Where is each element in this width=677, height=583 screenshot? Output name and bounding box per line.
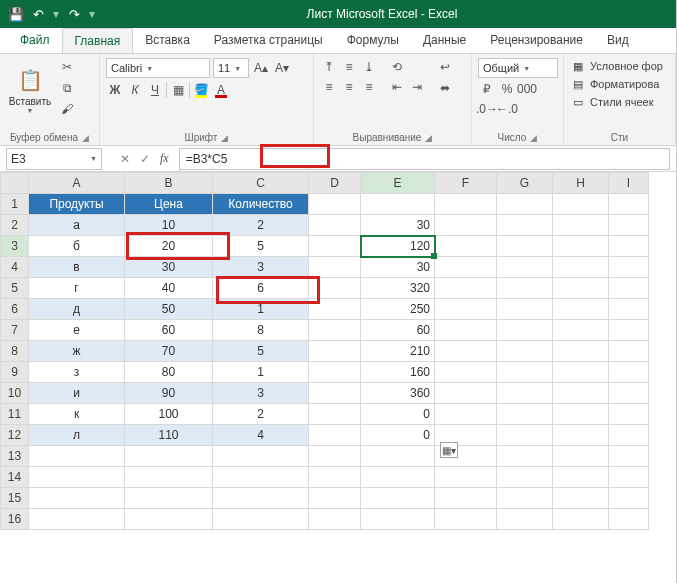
cell[interactable]: 50 bbox=[125, 299, 213, 320]
cell[interactable]: 30 bbox=[361, 257, 435, 278]
cell[interactable] bbox=[435, 215, 497, 236]
format-as-table-button[interactable]: ▤Форматирова bbox=[570, 76, 669, 92]
row-header[interactable]: 9 bbox=[1, 362, 29, 383]
cell[interactable]: 60 bbox=[125, 320, 213, 341]
dialog-launcher-icon[interactable]: ◢ bbox=[530, 133, 537, 143]
cell[interactable] bbox=[609, 278, 649, 299]
cell[interactable] bbox=[309, 488, 361, 509]
cell[interactable] bbox=[29, 488, 125, 509]
cell[interactable]: 250 bbox=[361, 299, 435, 320]
cell[interactable] bbox=[125, 446, 213, 467]
cell[interactable] bbox=[609, 488, 649, 509]
cell[interactable]: 3 bbox=[213, 257, 309, 278]
cell[interactable]: 30 bbox=[125, 257, 213, 278]
cell[interactable]: 360 bbox=[361, 383, 435, 404]
bold-button[interactable]: Ж bbox=[106, 81, 124, 99]
cell[interactable] bbox=[553, 320, 609, 341]
currency-icon[interactable]: ₽ bbox=[478, 80, 496, 98]
cell[interactable] bbox=[497, 194, 553, 215]
align-left-icon[interactable]: ≡ bbox=[320, 78, 338, 96]
col-header-B[interactable]: B bbox=[125, 173, 213, 194]
cell[interactable] bbox=[213, 467, 309, 488]
cell[interactable]: 320 bbox=[361, 278, 435, 299]
qat-dropdown-icon[interactable]: ▾ bbox=[52, 7, 60, 21]
cell[interactable]: д bbox=[29, 299, 125, 320]
cell[interactable] bbox=[497, 215, 553, 236]
cell[interactable]: 0 bbox=[361, 425, 435, 446]
row-header[interactable]: 16 bbox=[1, 509, 29, 530]
cell[interactable] bbox=[497, 236, 553, 257]
cell[interactable] bbox=[497, 446, 553, 467]
undo-icon[interactable]: ↶ bbox=[30, 6, 46, 22]
row-header[interactable]: 14 bbox=[1, 467, 29, 488]
cell[interactable] bbox=[609, 362, 649, 383]
cell[interactable] bbox=[309, 404, 361, 425]
decrease-decimal-icon[interactable]: ←.0 bbox=[498, 100, 516, 118]
cell[interactable]: к bbox=[29, 404, 125, 425]
cell[interactable]: г bbox=[29, 278, 125, 299]
cell[interactable] bbox=[435, 362, 497, 383]
cell[interactable] bbox=[125, 509, 213, 530]
cell[interactable]: 1 bbox=[213, 299, 309, 320]
cell[interactable]: 210 bbox=[361, 341, 435, 362]
cell[interactable]: ж bbox=[29, 341, 125, 362]
cell[interactable] bbox=[213, 446, 309, 467]
italic-button[interactable]: К bbox=[126, 81, 144, 99]
cell[interactable] bbox=[497, 299, 553, 320]
cell[interactable]: 2 bbox=[213, 404, 309, 425]
cell[interactable]: 30 bbox=[361, 215, 435, 236]
cell[interactable]: 5 bbox=[213, 341, 309, 362]
name-box[interactable]: E3 ▼ bbox=[6, 148, 102, 170]
cell[interactable] bbox=[435, 404, 497, 425]
align-center-icon[interactable]: ≡ bbox=[340, 78, 358, 96]
copy-icon[interactable]: ⧉ bbox=[58, 79, 76, 97]
cell[interactable] bbox=[435, 488, 497, 509]
cell[interactable] bbox=[609, 383, 649, 404]
col-header-C[interactable]: C bbox=[213, 173, 309, 194]
cell[interactable]: 110 bbox=[125, 425, 213, 446]
cell[interactable] bbox=[309, 215, 361, 236]
cell[interactable] bbox=[435, 467, 497, 488]
cell[interactable]: е bbox=[29, 320, 125, 341]
cell[interactable] bbox=[361, 467, 435, 488]
cell[interactable] bbox=[609, 215, 649, 236]
cell[interactable] bbox=[609, 446, 649, 467]
cell[interactable]: и bbox=[29, 383, 125, 404]
cell[interactable] bbox=[497, 383, 553, 404]
conditional-formatting-button[interactable]: ▦Условное фор bbox=[570, 58, 669, 74]
cell[interactable] bbox=[29, 509, 125, 530]
cell[interactable] bbox=[29, 446, 125, 467]
cell[interactable] bbox=[435, 299, 497, 320]
cell[interactable]: Цена bbox=[125, 194, 213, 215]
cell[interactable] bbox=[609, 194, 649, 215]
row-header[interactable]: 3 bbox=[1, 236, 29, 257]
cell[interactable]: б bbox=[29, 236, 125, 257]
cell[interactable] bbox=[497, 362, 553, 383]
col-header-I[interactable]: I bbox=[609, 173, 649, 194]
tab-insert[interactable]: Вставка bbox=[133, 28, 202, 53]
font-size-combo[interactable]: 11▼ bbox=[213, 58, 249, 78]
cell[interactable] bbox=[553, 299, 609, 320]
cell[interactable] bbox=[553, 341, 609, 362]
cell[interactable] bbox=[497, 488, 553, 509]
cell[interactable] bbox=[435, 509, 497, 530]
cell[interactable] bbox=[609, 299, 649, 320]
cell[interactable] bbox=[609, 509, 649, 530]
cell[interactable] bbox=[497, 404, 553, 425]
row-header[interactable]: 1 bbox=[1, 194, 29, 215]
row-header[interactable]: 4 bbox=[1, 257, 29, 278]
align-right-icon[interactable]: ≡ bbox=[360, 78, 378, 96]
cell[interactable] bbox=[213, 488, 309, 509]
save-icon[interactable]: 💾 bbox=[8, 6, 24, 22]
select-all-corner[interactable] bbox=[1, 173, 29, 194]
tab-page-layout[interactable]: Разметка страницы bbox=[202, 28, 335, 53]
cell[interactable] bbox=[553, 404, 609, 425]
cell[interactable] bbox=[553, 215, 609, 236]
cell[interactable] bbox=[435, 257, 497, 278]
cell[interactable] bbox=[553, 488, 609, 509]
row-header[interactable]: 13 bbox=[1, 446, 29, 467]
formula-input[interactable]: =B3*C5 bbox=[179, 148, 670, 170]
tab-data[interactable]: Данные bbox=[411, 28, 478, 53]
cell[interactable]: 100 bbox=[125, 404, 213, 425]
cell[interactable]: 20 bbox=[125, 236, 213, 257]
